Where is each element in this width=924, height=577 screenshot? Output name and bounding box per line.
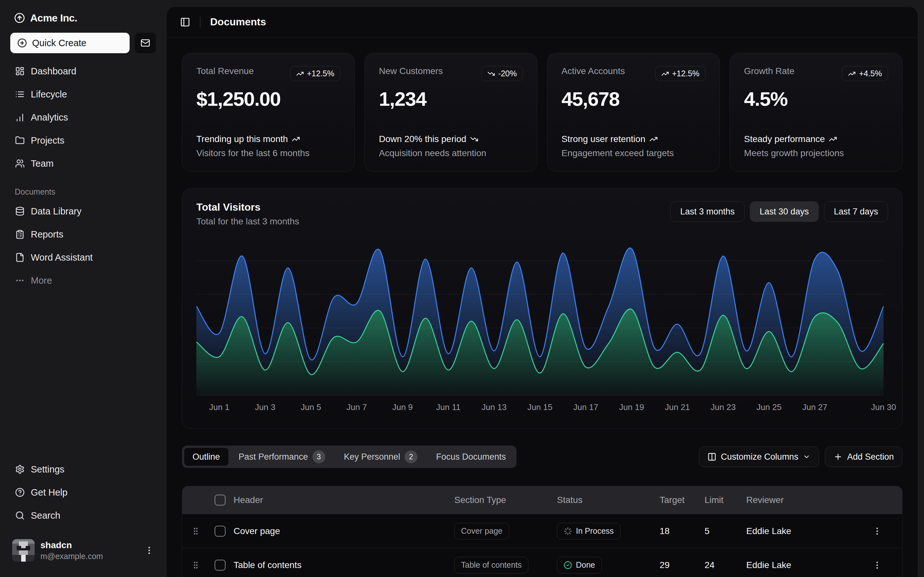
chart-subtitle: Total for the last 3 months [196, 216, 299, 227]
org-switcher[interactable]: Acme Inc. [10, 8, 156, 28]
row-menu-button[interactable] [872, 526, 882, 536]
check-circle-icon [564, 561, 572, 569]
column-header: Limit [702, 495, 744, 505]
sidebar-item-label: Reports [31, 229, 63, 240]
trending-up-icon [292, 135, 300, 143]
sidebar-item-data-library[interactable]: Data Library [10, 201, 156, 221]
sidebar-item-label: Get Help [31, 487, 67, 498]
tab-past-performance[interactable]: Past Performance 3 [230, 448, 334, 466]
trending-down-icon [487, 70, 495, 77]
trend-badge: +12.5% [290, 66, 341, 81]
limit-cell[interactable]: 24 [702, 560, 744, 570]
drag-handle[interactable] [182, 561, 207, 570]
chart-range-toggle: Last 3 months Last 30 days Last 7 days [670, 201, 888, 222]
target-cell[interactable]: 29 [657, 560, 702, 570]
card-title: Growth Rate [744, 66, 795, 76]
sidebar-item-label: Settings [31, 464, 65, 475]
sidebar-item-analytics[interactable]: Analytics [10, 108, 156, 127]
tab-outline[interactable]: Outline [184, 448, 229, 466]
card-value: 1,234 [379, 87, 523, 110]
row-checkbox[interactable] [215, 526, 226, 537]
sidebar-item-more[interactable]: More [10, 271, 156, 290]
quick-create-button[interactable]: Quick Create [10, 33, 129, 53]
svg-text:Jun 13: Jun 13 [481, 402, 507, 412]
card-title: New Customers [379, 66, 443, 76]
section-type-badge: Table of contents [454, 557, 528, 574]
arrow-up-circle-icon [14, 13, 25, 23]
status-badge: Done [557, 557, 602, 574]
folder-icon [15, 135, 25, 145]
tab-count-badge: 2 [405, 450, 417, 463]
trending-down-icon [470, 135, 478, 143]
drag-handle[interactable] [182, 527, 207, 536]
loader-icon [564, 527, 572, 535]
row-menu-button[interactable] [872, 560, 882, 570]
trending-up-icon [848, 70, 856, 77]
trending-up-icon [296, 70, 304, 77]
database-icon [15, 206, 25, 216]
table-controls: Outline Past Performance 3 Key Personnel… [182, 446, 903, 468]
svg-text:Jun 9: Jun 9 [393, 402, 413, 412]
select-all-checkbox[interactable] [215, 495, 226, 506]
svg-text:Jun 5: Jun 5 [300, 402, 321, 412]
sidebar-item-search[interactable]: Search [10, 506, 156, 525]
sidebar-item-label: Dashboard [31, 66, 76, 77]
view-tabs: Outline Past Performance 3 Key Personnel… [182, 446, 517, 468]
columns-icon [708, 452, 716, 461]
sidebar-item-label: Team [31, 158, 53, 169]
card-footer-line: Down 20% this period [379, 134, 466, 144]
svg-text:Jun 30: Jun 30 [871, 402, 896, 412]
row-header-cell[interactable]: Table of contents [231, 560, 452, 570]
svg-text:Jun 25: Jun 25 [756, 402, 782, 412]
sidebar-item-label: Projects [31, 135, 65, 146]
avatar [12, 539, 35, 562]
svg-text:Jun 19: Jun 19 [619, 402, 644, 412]
quick-create-label: Quick Create [32, 38, 86, 48]
sidebar-item-get-help[interactable]: Get Help [10, 483, 156, 502]
tab-key-personnel[interactable]: Key Personnel 2 [335, 448, 426, 466]
sidebar-item-dashboard[interactable]: Dashboard [10, 61, 156, 81]
chart-column-icon [15, 113, 25, 122]
row-checkbox[interactable] [215, 560, 226, 571]
sidebar-item-label: Search [31, 510, 60, 521]
user-menu[interactable]: shadcn m@example.com [10, 537, 156, 564]
clipboard-list-icon [15, 229, 25, 239]
sidebar-item-projects[interactable]: Projects [10, 131, 156, 150]
add-section-button[interactable]: Add Section [825, 446, 903, 467]
column-header: Section Type [452, 495, 554, 505]
reviewer-cell: Eddie Lake [744, 560, 850, 570]
range-last-3-months[interactable]: Last 3 months [670, 201, 745, 222]
customize-columns-button[interactable]: Customize Columns [699, 446, 819, 467]
tab-focus-documents[interactable]: Focus Documents [427, 448, 515, 466]
trending-up-icon [829, 135, 837, 143]
range-last-7-days[interactable]: Last 7 days [824, 201, 888, 222]
range-last-30-days[interactable]: Last 30 days [750, 201, 819, 222]
limit-cell[interactable]: 5 [702, 526, 744, 536]
plus-circle-icon [17, 38, 27, 48]
card-footer-line: Steady performance [744, 134, 825, 144]
visitors-chart-card: Total Visitors Total for the last 3 mont… [182, 188, 903, 429]
sidebar-item-lifecycle[interactable]: Lifecycle [10, 85, 156, 104]
card-footer-sub: Meets growth projections [744, 148, 888, 158]
table-row: Table of contents Table of contents Done… [182, 548, 902, 577]
sidebar-item-label: Analytics [31, 112, 68, 123]
search-icon [15, 511, 25, 520]
user-email: m@example.com [40, 552, 139, 561]
row-header-cell[interactable]: Cover page [231, 526, 452, 536]
trending-up-icon [649, 135, 658, 143]
nav-secondary: Settings Get Help Search [10, 460, 156, 525]
area-chart: Jun 1Jun 3Jun 5Jun 7Jun 9Jun 11Jun 13Jun… [182, 237, 902, 419]
sidebar-item-team[interactable]: Team [10, 154, 156, 173]
card-footer-sub: Visitors for the last 6 months [196, 148, 341, 158]
sidebar-item-reports[interactable]: Reports [10, 225, 156, 244]
sidebar-toggle-button[interactable] [180, 17, 190, 27]
sidebar-item-word-assistant[interactable]: Word Assistant [10, 248, 156, 267]
ellipsis-vertical-icon [144, 546, 154, 555]
main-panel: Documents Total Revenue +12.5% $1,250.00… [166, 6, 918, 577]
target-cell[interactable]: 18 [657, 526, 702, 536]
company-name: Acme Inc. [30, 12, 78, 24]
table-header-row: Header Section Type Status Target Limit … [182, 486, 902, 514]
card-footer-sub: Acquisition needs attention [379, 148, 523, 158]
inbox-button[interactable] [135, 33, 156, 53]
sidebar-item-settings[interactable]: Settings [10, 460, 156, 479]
